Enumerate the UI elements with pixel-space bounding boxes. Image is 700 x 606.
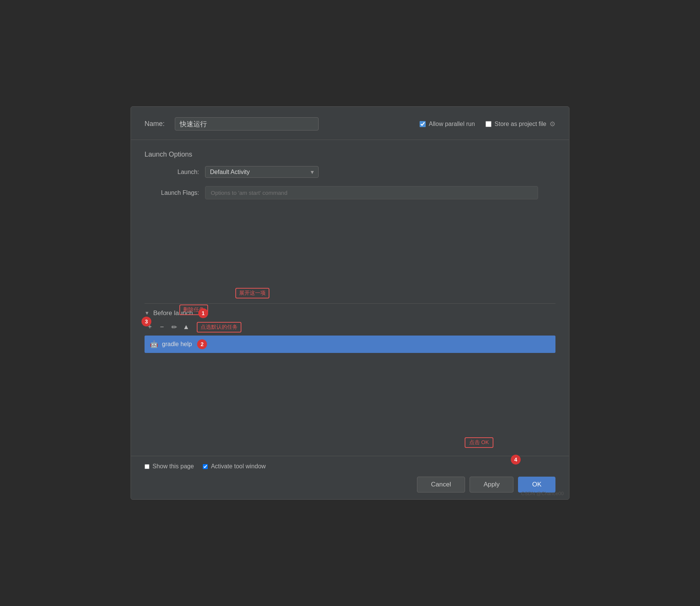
name-input[interactable] [175, 117, 319, 131]
launch-options-title: Launch Options [145, 151, 555, 158]
watermark: CSDN @Chance00 [521, 491, 564, 496]
launch-dropdown[interactable]: Default Activity Nothing Specified Activ… [205, 166, 319, 178]
flags-input[interactable] [205, 186, 538, 199]
show-page-checkbox[interactable] [145, 464, 149, 469]
edit-task-button[interactable]: ✏ [169, 322, 179, 333]
badge-2: 2 [197, 339, 207, 349]
task-label: gradle help [162, 341, 192, 348]
task-item-gradle-help[interactable]: 🤖 gradle help 2 [145, 336, 555, 353]
dialog-header: Name: Allow parallel run Store as projec… [131, 107, 569, 140]
remove-task-button[interactable]: − [157, 322, 167, 333]
default-task-callout: 点选默认的任务 [197, 322, 241, 333]
launch-label: Launch: [145, 169, 205, 176]
store-project-label: Store as project file [495, 121, 546, 127]
task-list: 🤖 gradle help 2 [145, 336, 555, 354]
allow-parallel-checkbox-item: Allow parallel run [420, 121, 475, 127]
footer-buttons: Cancel Apply OK [145, 477, 555, 493]
ok-button[interactable]: OK [518, 477, 555, 493]
apply-button[interactable]: Apply [470, 477, 514, 493]
show-page-label: Show this page [152, 463, 194, 470]
android-icon: 🤖 [150, 340, 158, 348]
dialog-body: Launch Options Launch: Default Activity … [131, 140, 569, 456]
before-launch-section: 展开这一项 删除任务 ▼ Before launch 1 3 + − ✏ ▲ [145, 303, 555, 354]
before-launch-header: ▼ Before launch 1 [145, 308, 555, 318]
badge-3: 3 [142, 317, 151, 326]
cancel-button[interactable]: Cancel [417, 477, 465, 493]
activate-window-item: Activate tool window [203, 463, 266, 470]
run-config-dialog: Name: Allow parallel run Store as projec… [131, 106, 569, 500]
store-project-checkbox[interactable] [485, 121, 492, 127]
show-page-item: Show this page [145, 463, 194, 470]
allow-parallel-label: Allow parallel run [429, 121, 475, 127]
launch-row: Launch: Default Activity Nothing Specifi… [145, 166, 555, 178]
flags-row: Launch Flags: [145, 186, 555, 199]
dialog-footer: 点击 OK 4 Show this page Activate tool win… [131, 456, 569, 499]
footer-checkboxes: Show this page Activate tool window [145, 463, 555, 470]
chevron-icon: ▼ [145, 310, 149, 316]
gear-icon[interactable]: ⚙ [549, 120, 555, 128]
flags-label: Launch Flags: [145, 190, 205, 196]
before-launch-toolbar: 3 + − ✏ ▲ 点选默认的任务 [145, 322, 555, 333]
header-right: Allow parallel run Store as project file… [420, 120, 555, 128]
badge-1: 1 [198, 308, 208, 318]
expand-callout: 展开这一项 [235, 288, 269, 298]
allow-parallel-checkbox[interactable] [420, 121, 426, 127]
name-label: Name: [145, 120, 167, 128]
activate-window-label: Activate tool window [211, 463, 266, 470]
ok-callout: 点击 OK [465, 437, 493, 448]
move-task-button[interactable]: ▲ [181, 322, 191, 333]
activate-window-checkbox[interactable] [203, 464, 208, 469]
ok-callout-wrapper: 点击 OK [465, 437, 493, 448]
badge-4: 4 [511, 455, 521, 465]
store-project-checkbox-item: Store as project file [485, 121, 546, 127]
launch-dropdown-wrapper: Default Activity Nothing Specified Activ… [205, 166, 319, 178]
